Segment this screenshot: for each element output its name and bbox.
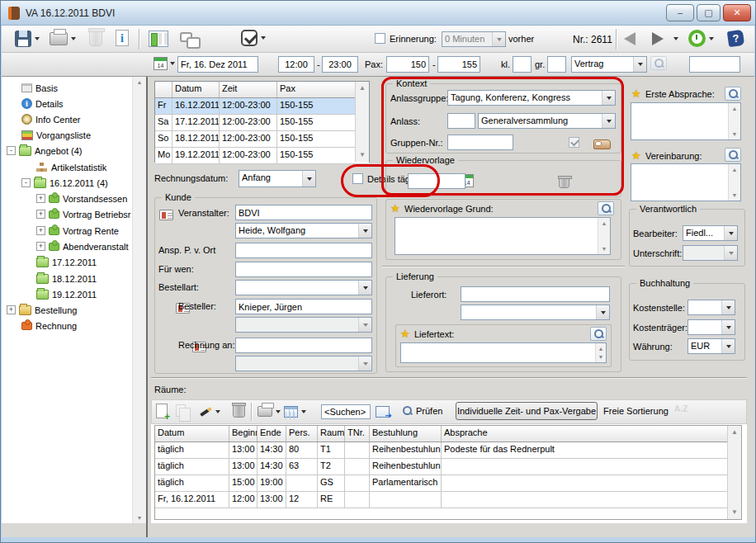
chevron-down-icon[interactable] [215,410,220,413]
wiedervorlage-date-input[interactable] [408,173,465,189]
column-datum[interactable]: Datum [155,426,229,441]
kostenstelle-select[interactable] [687,300,735,315]
chevron-down-icon[interactable] [261,36,266,40]
contact-card-icon[interactable] [159,210,173,220]
sidebar-item-18-12-2011[interactable]: 18.12.2011 [2,271,131,286]
roomplan-button[interactable] [149,31,168,47]
sidebar-item-17-12-2011[interactable]: 17.12.2011 [2,254,131,270]
forward-button[interactable] [652,32,664,47]
column-zeit[interactable]: Zeit [220,82,277,97]
expand-icon[interactable]: + [36,194,45,203]
fuer-wen-input[interactable] [235,262,372,277]
date-input[interactable] [177,56,258,73]
freie-sortierung-button[interactable]: Freie Sortierung [603,406,669,416]
rechnung-an-input[interactable] [235,338,372,353]
sidebar-item-vorstandsessen[interactable]: +Vorstandsessen [2,191,131,206]
sidebar-item-details[interactable]: Details [2,96,131,111]
chevron-down-icon[interactable] [709,37,714,40]
erinnerung-checkbox[interactable] [375,33,385,44]
pax-from-input[interactable] [386,56,429,73]
sidebar-item-artikelstatistik[interactable]: Artikelstatistik [2,159,131,175]
schedule-row[interactable]: Fr 16.12.2011 12:00-23:00 150-155 [155,98,369,115]
lieferort-input[interactable] [461,286,610,302]
minimize-button[interactable]: – [666,4,694,21]
sidebar-item-abendveranstalt[interactable]: +Abendveranstalt [2,238,131,254]
trash-icon[interactable] [559,177,569,188]
sidebar-item-vorgangsliste[interactable]: Vorgangsliste [2,127,131,143]
sidebar-item-16-12-2011[interactable]: -16.12.2011 (4) [2,175,131,191]
expand-icon[interactable]: + [7,305,16,314]
gruppen-nr-input[interactable] [447,135,513,150]
column-absprache[interactable]: Absprache [442,426,728,441]
gr-input[interactable] [547,56,566,73]
column-raum[interactable]: Raum [318,426,345,441]
close-button[interactable]: ✕ [723,4,751,21]
refresh-button[interactable] [688,30,714,47]
vereinbarung-zoom-button[interactable] [725,148,741,162]
raum-add-button[interactable] [156,404,168,418]
sidebar-item-angebot[interactable]: -Angebot (4) [2,143,131,158]
expand-icon[interactable]: + [36,242,45,251]
collapse-icon[interactable]: - [21,178,31,187]
column-ende[interactable]: Ende [258,426,286,441]
save-button[interactable] [15,31,40,47]
raeume-row[interactable]: täglich 13:00 14:30 80 T1 Reihenbestuhlu… [155,442,741,459]
column-bestuhlung[interactable]: Bestuhlung [370,426,442,441]
messages-button[interactable] [180,32,192,42]
liefertext-zoom-button[interactable] [590,327,607,341]
info-button[interactable] [116,30,129,46]
time-to-input[interactable] [322,56,358,73]
time-from-input[interactable] [278,56,314,73]
raum-print-button[interactable] [258,406,281,417]
sidebar-item-rechnung[interactable]: Rechnung [2,318,131,333]
bestellart-select[interactable] [235,280,372,295]
liefertext-textarea[interactable]: ▲▼ [400,342,607,363]
schedule-row[interactable]: Sa 17.12.2011 12:00-23:00 150-155 [155,115,369,131]
kostentraeger-select[interactable] [687,319,735,335]
veranstalter-input[interactable] [235,205,372,220]
schedule-row[interactable]: Mo 19.12.2011 12:00-23:00 150-155 [155,148,369,164]
raeume-scrollbar[interactable]: ▲▼ [727,426,741,519]
raeume-row[interactable]: täglich 15:00 19:00 GS Parlamentarisch [155,475,741,492]
column-beginn[interactable]: Beginn [229,426,258,441]
anlass-code-input[interactable] [447,113,475,129]
waehrung-select[interactable]: EUR [687,338,735,354]
individuelle-zeit-pax-toggle[interactable]: Individuelle Zeit- und Pax-Vergabe [456,402,598,420]
sidebar-item-vortrag-rente[interactable]: +Vortrag Rente [2,223,131,238]
pax-to-input[interactable] [437,56,480,73]
wiedervorlage-grund-zoom-button[interactable] [598,201,614,215]
chevron-down-icon[interactable] [673,37,678,40]
maximize-button[interactable]: ▢ [697,4,721,21]
chevron-down-icon[interactable] [35,37,40,40]
aux-date-input[interactable] [689,56,740,73]
lieferort-select[interactable] [461,305,610,320]
raum-edit-button[interactable] [199,405,220,418]
anlass-select[interactable]: Generalversammlung [478,113,616,129]
vereinbarung-textarea[interactable]: ▲▼ [631,163,741,201]
print-button[interactable] [50,32,76,45]
help-button[interactable] [728,31,744,46]
bearbeiter-select[interactable]: Fiedl... [683,225,738,241]
besteller-input[interactable] [235,299,372,314]
sidebar-item-19-12-2011[interactable]: 19.12.2011 [2,286,131,302]
raeume-row[interactable]: täglich 13:00 14:30 63 T2 Reihenbestuhlu… [155,459,741,475]
column-pers[interactable]: Pers. [286,426,318,441]
erste-absprache-textarea[interactable]: ▲▼ [631,102,741,140]
chevron-down-icon[interactable] [301,410,306,413]
column-datum[interactable]: Datum [172,82,220,97]
veranstalter-contact-select[interactable]: Heide, Wolfgang [235,223,372,238]
collapse-icon[interactable]: - [7,146,16,155]
expand-icon[interactable]: + [36,210,45,219]
wiedervorlage-grund-textarea[interactable]: ▲▼ [395,217,611,255]
schedule-row[interactable]: So 18.12.2011 12:00-23:00 150-155 [155,131,369,148]
chevron-down-icon[interactable] [276,410,281,413]
raum-delete-button[interactable] [233,404,245,418]
rechnungsdatum-select[interactable]: Anfang [239,170,316,187]
sidebar-item-bestellung[interactable]: +Bestellung [2,302,131,318]
column-tnr[interactable]: TNr. [345,426,370,441]
erste-absprache-zoom-button[interactable] [725,87,741,101]
sidebar-item-info-center[interactable]: Info Center [2,111,131,127]
back-button[interactable] [624,32,636,47]
chevron-down-icon[interactable] [71,37,76,40]
sidebar-item-basis[interactable]: Basis [2,80,131,96]
